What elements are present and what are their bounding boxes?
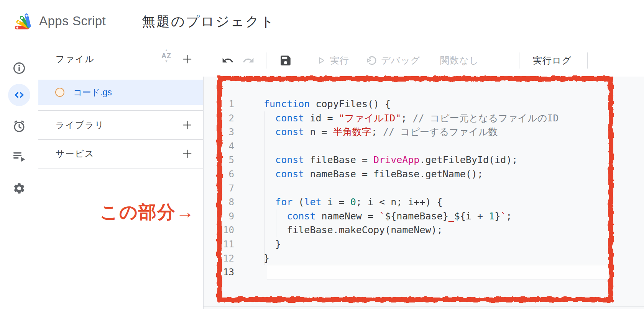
code-line-9[interactable]: const nameNew = `${nameBase}_${i + 1}`; [264,209,559,224]
line-number-4: 4 [209,139,234,154]
toolbar-divider [519,52,519,69]
code-line-10[interactable]: fileBase.makeCopy(nameNew); [264,223,559,237]
editor-code-icon[interactable] [8,84,30,106]
code-line-13[interactable] [264,265,559,280]
code-line-6[interactable]: const nameBase = fileBase.getName(); [264,167,559,181]
line-number-9: 9 [209,209,234,224]
editor-toolbar: 実行 デバッグ 関数なし 実行ログ [203,44,644,77]
services-label: サービス [56,148,95,160]
line-number-7: 7 [209,181,234,196]
app-header: Apps Script 無題のプロジェクト [0,0,644,44]
line-number-2: 2 [209,111,234,126]
line-number-13: 13 [209,265,234,280]
libraries-label: ライブラリ [56,119,105,131]
redo-button[interactable] [242,44,255,77]
red-annotation-text: この部分→ [100,200,195,224]
overview-info-icon[interactable] [8,57,30,79]
code-line-11[interactable]: } [264,237,559,252]
code-content[interactable]: function copyFiles() { const id = "ファイルI… [264,97,559,280]
files-header-row: ファイル ▲ AZ ▼ [38,44,203,74]
execution-log-button[interactable]: 実行ログ [533,44,572,77]
code-line-12[interactable]: } [264,252,559,266]
apps-script-logo-icon[interactable] [13,12,33,31]
run-label: 実行 [330,54,349,67]
executions-list-icon[interactable] [8,145,30,167]
line-number-gutter: 12345678910111213 [209,97,234,280]
files-sidebar: ファイル ▲ AZ ▼ コード.gs ライブラリ サービス [38,44,204,309]
run-button[interactable]: 実行 [316,44,349,77]
code-line-2[interactable]: const id = "ファイルID"; // コピー元となるファイルのID [264,111,559,126]
debug-label: デバッグ [381,54,420,67]
line-number-1: 1 [209,97,234,111]
settings-gear-icon[interactable] [8,177,30,199]
line-number-10: 10 [209,223,234,237]
apps-script-window: Apps Script 無題のプロジェクト ファイル ▲ AZ ▼ [0,0,644,309]
line-number-12: 12 [209,252,234,266]
file-status-dot-icon [55,88,64,97]
files-header-label: ファイル [56,53,95,65]
editor-bottom-divider [204,306,644,307]
debug-button[interactable]: デバッグ [366,44,420,77]
code-line-7[interactable] [264,181,559,196]
add-service-button[interactable] [179,146,195,161]
line-number-11: 11 [209,237,234,252]
toolbar-divider [587,52,588,69]
function-select[interactable]: 関数なし [440,44,479,77]
code-line-1[interactable]: function copyFiles() { [264,97,559,111]
save-icon [279,54,292,67]
code-line-3[interactable]: const n = 半角数字; // コピーするファイル数 [264,125,559,139]
toolbar-divider [266,52,266,69]
file-item-label: コード.gs [73,87,112,98]
project-title[interactable]: 無題のプロジェクト [142,13,275,31]
toolbar-divider [300,52,300,69]
file-item-code-gs[interactable]: コード.gs [38,80,203,105]
add-library-button[interactable] [179,117,195,132]
save-button[interactable] [279,44,292,77]
libraries-section: ライブラリ [38,110,203,140]
services-section: サービス [38,139,203,168]
left-rail [0,44,39,309]
code-editor-area[interactable]: 12345678910111213 function copyFiles() {… [204,77,644,309]
run-play-icon [316,56,326,65]
undo-icon [222,54,234,67]
code-line-4[interactable] [264,139,559,154]
triggers-clock-icon[interactable] [8,115,30,137]
debug-icon [366,55,377,66]
line-number-8: 8 [209,195,234,209]
app-name: Apps Script [39,14,106,28]
sort-az-icon[interactable]: ▲ AZ ▼ [158,49,175,69]
line-number-6: 6 [209,167,234,181]
add-file-button[interactable] [179,51,195,67]
line-number-3: 3 [209,125,234,139]
redo-icon [242,54,255,67]
line-number-5: 5 [209,153,234,167]
undo-button[interactable] [222,44,234,77]
code-line-8[interactable]: for (let i = 0; i < n; i++) { [264,195,559,209]
code-line-5[interactable]: const fileBase = DriveApp.getFileById(id… [264,153,559,167]
